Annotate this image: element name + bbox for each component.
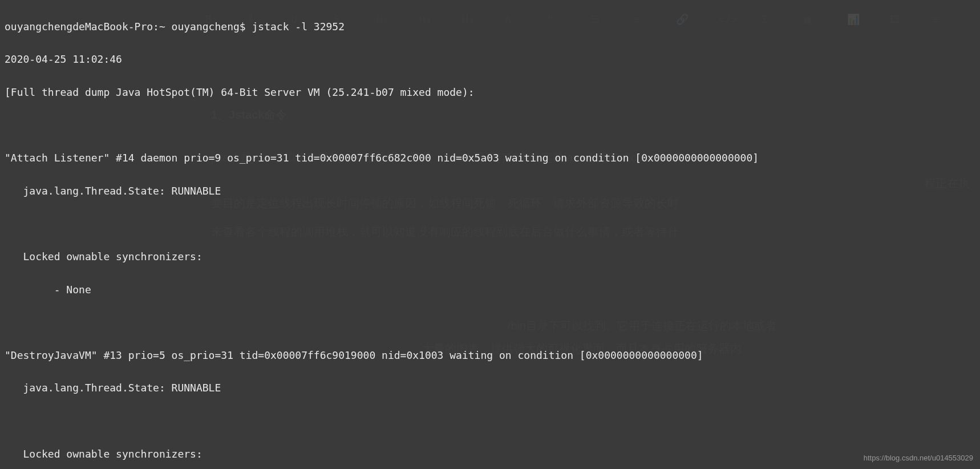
blank-line bbox=[5, 314, 975, 331]
sync-header: Locked ownable synchronizers: bbox=[5, 446, 975, 463]
prompt-line: ouyangchengdeMacBook-Pro:~ ouyangcheng$ … bbox=[5, 19, 975, 35]
command-text: jstack -l 32952 bbox=[252, 21, 345, 33]
shell-prompt: ouyangchengdeMacBook-Pro:~ ouyangcheng$ bbox=[5, 21, 252, 33]
dump-header: [Full thread dump Java HotSpot(TM) 64-Bi… bbox=[5, 84, 975, 101]
watermark-text: https://blog.csdn.net/u014553029 bbox=[864, 452, 973, 464]
thread-title: "DestroyJavaVM" #13 prio=5 os_prio=31 ti… bbox=[5, 347, 975, 364]
blank-line bbox=[5, 413, 975, 430]
thread-title: "Attach Listener" #14 daemon prio=9 os_p… bbox=[5, 150, 975, 167]
timestamp-line: 2020-04-25 11:02:46 bbox=[5, 51, 975, 68]
terminal-output: ouyangchengdeMacBook-Pro:~ ouyangcheng$ … bbox=[0, 0, 980, 469]
thread-state: java.lang.Thread.State: RUNNABLE bbox=[5, 183, 975, 200]
thread-state: java.lang.Thread.State: RUNNABLE bbox=[5, 380, 975, 397]
sync-header: Locked ownable synchronizers: bbox=[5, 249, 975, 265]
blank-line bbox=[5, 118, 975, 134]
blank-line bbox=[5, 216, 975, 232]
sync-none: - None bbox=[5, 282, 975, 298]
